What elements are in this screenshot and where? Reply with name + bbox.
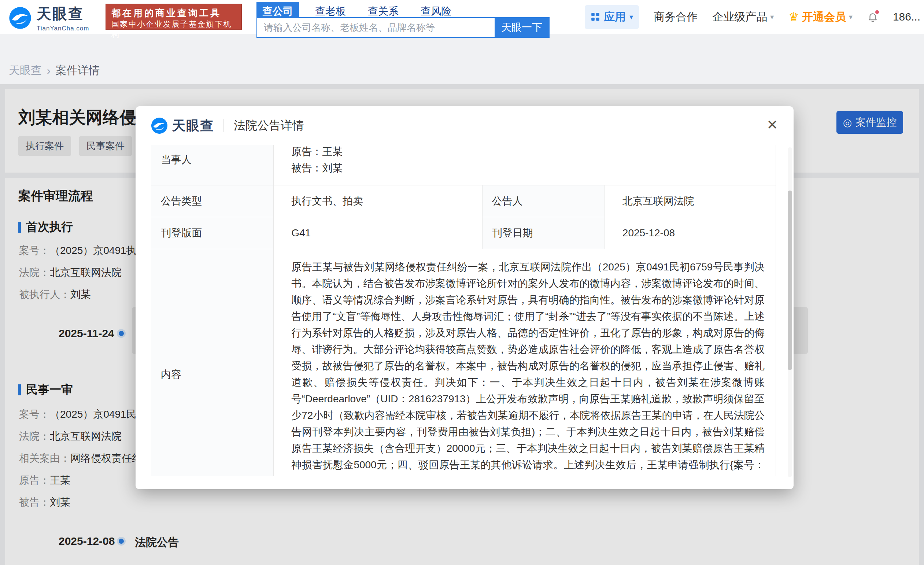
- modal-title: 法院公告详情: [234, 118, 304, 134]
- promo-banner: 都在用的商业查询工具 国家中小企业发展子基金旗下机构: [105, 4, 242, 30]
- party-label: 当事人: [152, 145, 274, 186]
- chevron-down-icon: ▾: [770, 12, 774, 21]
- notification-dot: [875, 10, 879, 14]
- site-logo[interactable]: 天眼查 TianYanCha.com: [9, 4, 89, 32]
- chevron-down-icon: ▾: [629, 12, 633, 21]
- promo-line1: 都在用的商业查询工具: [111, 7, 236, 19]
- party-value: 原告：王某 被告：刘某: [274, 145, 776, 186]
- breadcrumb-home[interactable]: 天眼查: [9, 63, 42, 78]
- breadcrumb: 天眼查 › 案件详情: [9, 63, 100, 78]
- table-row-content: 内容 原告王某与被告刘某网络侵权责任纠纷一案，北京互联网法院作出（2025）京0…: [152, 249, 776, 476]
- modal-scrollbar-thumb[interactable]: [788, 190, 792, 370]
- search-button[interactable]: 天眼一下: [495, 18, 549, 37]
- apps-label: 应用: [604, 9, 626, 24]
- nav-enterprise-products[interactable]: 企业级产品 ▾: [712, 9, 774, 24]
- top-header: 天眼查 TianYanCha.com 都在用的商业查询工具 国家中小企业发展子基…: [0, 0, 924, 34]
- grid-icon: [591, 12, 600, 22]
- pub-date-label: 刊登日期: [482, 217, 604, 249]
- content-label: 内容: [152, 249, 274, 476]
- crown-icon: ♛: [789, 10, 799, 24]
- modal-header: 天眼查 法院公告详情: [135, 106, 794, 145]
- account-phone[interactable]: 186...: [893, 10, 920, 23]
- apps-menu-button[interactable]: 应用 ▾: [585, 5, 639, 29]
- party-defendant: 被告：刘某: [291, 160, 758, 176]
- party-plaintiff: 原告：王某: [291, 145, 758, 160]
- table-row-page-date: 刊登版面 G41 刊登日期 2025-12-08: [152, 217, 776, 249]
- announcement-table: 当事人 原告：王某 被告：刘某 公告类型 执行文书、拍卖 公告人 北京互联网法院…: [151, 145, 776, 476]
- notification-bell-button[interactable]: [867, 11, 878, 23]
- type-label: 公告类型: [152, 186, 274, 217]
- tianyancha-logo-icon: [9, 7, 32, 29]
- content-value: 原告王某与被告刘某网络侵权责任纠纷一案，北京互联网法院作出（2025）京0491…: [274, 249, 776, 476]
- search-input[interactable]: [257, 18, 495, 37]
- brand-name: 天眼查: [37, 4, 89, 24]
- breadcrumb-separator-icon: ›: [47, 64, 51, 77]
- announcer-label: 公告人: [482, 186, 604, 217]
- announcer-value: 北京互联网法院: [604, 186, 776, 217]
- modal-body: 当事人 原告：王某 被告：刘某 公告类型 执行文书、拍卖 公告人 北京互联网法院…: [151, 145, 776, 476]
- table-row-party: 当事人 原告：王某 被告：刘某: [152, 145, 776, 186]
- close-icon[interactable]: ×: [767, 116, 777, 133]
- divider: [224, 119, 224, 132]
- top-nav: 应用 ▾ 商务合作 企业级产品 ▾ ♛ 开通会员 ▾ 186...: [585, 0, 920, 34]
- breadcrumb-current: 案件详情: [56, 63, 100, 78]
- chevron-down-icon: ▾: [849, 12, 852, 21]
- nav-business-cooperation[interactable]: 商务合作: [654, 9, 698, 24]
- tianyancha-logo-icon: [151, 117, 168, 134]
- promo-line2: 国家中小企业发展子基金旗下机构: [111, 19, 236, 40]
- type-value: 执行文书、拍卖: [274, 186, 482, 217]
- brand-domain: TianYanCha.com: [37, 25, 89, 32]
- nav-open-vip[interactable]: ♛ 开通会员 ▾: [789, 9, 852, 24]
- pub-page-label: 刊登版面: [152, 217, 274, 249]
- modal-brand: 天眼查: [172, 117, 214, 135]
- pub-date-value: 2025-12-08: [604, 217, 776, 249]
- table-row-type-announcer: 公告类型 执行文书、拍卖 公告人 北京互联网法院: [152, 186, 776, 217]
- court-announcement-modal: 天眼查 法院公告详情 × 当事人 原告：王某 被告：刘某 公告类型 执行文书、拍…: [135, 106, 794, 489]
- pub-page-value: G41: [274, 217, 482, 249]
- search-bar: 天眼一下: [256, 17, 550, 38]
